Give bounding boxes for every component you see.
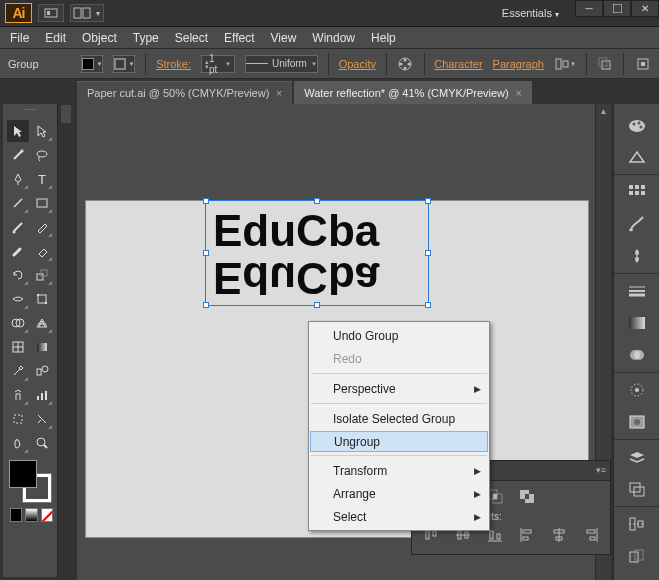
graphic-styles-panel-icon[interactable] (625, 411, 649, 433)
document-tab[interactable]: Water reflection* @ 41% (CMYK/Preview) × (294, 81, 531, 104)
align-panel-button[interactable]: ▼ (554, 55, 576, 73)
window-minimize-button[interactable]: ─ (575, 0, 603, 17)
ctx-select[interactable]: Select▶ (309, 505, 489, 528)
layers-panel-icon[interactable] (625, 446, 649, 468)
menu-edit[interactable]: Edit (45, 31, 66, 45)
zoom-tool[interactable] (31, 432, 53, 454)
scale-tool[interactable] (31, 264, 53, 286)
pencil-tool[interactable] (31, 216, 53, 238)
color-mode-gradient[interactable] (25, 508, 37, 522)
character-panel-link[interactable]: Character (434, 58, 482, 70)
window-close-button[interactable]: ✕ (631, 0, 659, 17)
stroke-swatch[interactable]: ▼ (113, 55, 135, 73)
window-maximize-button[interactable] (603, 0, 631, 17)
type-tool[interactable]: T (31, 168, 53, 190)
close-icon[interactable]: × (276, 88, 282, 99)
fill-color-box[interactable] (9, 460, 37, 488)
blend-tool[interactable] (31, 360, 53, 382)
opacity-panel-link[interactable]: Opacity (339, 58, 376, 70)
rectangle-tool[interactable] (31, 192, 53, 214)
ctx-ungroup[interactable]: Ungroup (310, 431, 488, 452)
distribute-hcenter-icon[interactable] (548, 526, 570, 544)
fill-swatch[interactable]: ▼ (81, 55, 103, 73)
eyedropper-tool[interactable] (7, 360, 29, 382)
artboard-tool[interactable] (7, 408, 29, 430)
menu-effect[interactable]: Effect (224, 31, 254, 45)
appearance-panel-icon[interactable] (625, 379, 649, 401)
symbols-panel-icon[interactable] (625, 245, 649, 267)
color-mode-solid[interactable] (10, 508, 22, 522)
color-panel-icon[interactable] (625, 114, 649, 136)
align-panel-icon[interactable] (625, 513, 649, 535)
color-guide-panel-icon[interactable] (625, 146, 649, 168)
stroke-panel-icon[interactable] (625, 280, 649, 302)
menu-object[interactable]: Object (82, 31, 117, 45)
close-icon[interactable]: × (516, 88, 522, 99)
panel-grip[interactable] (7, 109, 53, 117)
panel-menu-icon[interactable]: ▾≡ (596, 465, 606, 475)
transform-panel-icon[interactable] (625, 545, 649, 567)
mesh-tool[interactable] (7, 336, 29, 358)
shape-builder-tool[interactable] (7, 312, 29, 334)
line-tool[interactable] (7, 192, 29, 214)
fill-stroke-control[interactable] (9, 460, 51, 502)
workspace-switcher[interactable]: Essentials ▾ (502, 7, 565, 19)
resize-handle-nw[interactable] (203, 198, 209, 204)
pen-tool[interactable] (7, 168, 29, 190)
distribute-right-icon[interactable] (580, 526, 602, 544)
swatches-panel-icon[interactable] (625, 181, 649, 203)
collapsed-dock-strip[interactable] (60, 104, 72, 124)
ctx-arrange[interactable]: Arrange▶ (309, 482, 489, 505)
menu-type[interactable]: Type (133, 31, 159, 45)
resize-handle-n[interactable] (314, 198, 320, 204)
menu-view[interactable]: View (271, 31, 297, 45)
gradient-tool[interactable] (31, 336, 53, 358)
resize-handle-e[interactable] (425, 250, 431, 256)
rotate-tool[interactable] (7, 264, 29, 286)
direct-selection-tool[interactable] (31, 120, 53, 142)
pathfinder-exclude-icon[interactable] (516, 487, 538, 505)
brushes-panel-icon[interactable] (625, 213, 649, 235)
bridge-button[interactable] (38, 4, 64, 22)
menu-select[interactable]: Select (175, 31, 208, 45)
resize-handle-s[interactable] (314, 302, 320, 308)
ctx-perspective[interactable]: Perspective▶ (309, 377, 489, 400)
color-mode-none[interactable] (41, 508, 53, 522)
resize-handle-sw[interactable] (203, 302, 209, 308)
hand-tool[interactable] (7, 432, 29, 454)
distribute-left-icon[interactable] (516, 526, 538, 544)
resize-handle-se[interactable] (425, 302, 431, 308)
selection-tool[interactable] (7, 120, 29, 142)
ctx-undo-group[interactable]: Undo Group (309, 324, 489, 347)
stroke-weight-input[interactable]: ▴▾ 1 pt ▼ (201, 55, 235, 73)
scroll-up-arrow[interactable]: ▲ (596, 104, 611, 118)
resize-handle-ne[interactable] (425, 198, 431, 204)
ctx-isolate-group[interactable]: Isolate Selected Group (309, 407, 489, 430)
document-tab[interactable]: Paper cut.ai @ 50% (CMYK/Preview) × (77, 81, 292, 104)
column-graph-tool[interactable] (31, 384, 53, 406)
magic-wand-tool[interactable] (7, 144, 29, 166)
recolor-artwork-button[interactable] (397, 55, 414, 73)
menu-file[interactable]: File (10, 31, 29, 45)
transparency-panel-icon[interactable] (625, 344, 649, 366)
perspective-grid-tool[interactable] (31, 312, 53, 334)
paintbrush-tool[interactable] (7, 216, 29, 238)
menu-help[interactable]: Help (371, 31, 396, 45)
isolate-button[interactable] (634, 55, 651, 73)
ctx-transform[interactable]: Transform▶ (309, 459, 489, 482)
gradient-panel-icon[interactable] (625, 312, 649, 334)
stroke-panel-link[interactable]: Stroke: (156, 58, 191, 70)
eraser-tool[interactable] (31, 240, 53, 262)
stroke-profile-select[interactable]: Uniform▼ (245, 55, 318, 73)
free-transform-tool[interactable] (31, 288, 53, 310)
arrange-docs-button[interactable]: ▼ (70, 4, 104, 22)
menu-window[interactable]: Window (312, 31, 355, 45)
transform-panel-button[interactable] (597, 55, 614, 73)
resize-handle-w[interactable] (203, 250, 209, 256)
artboards-panel-icon[interactable] (625, 478, 649, 500)
blob-brush-tool[interactable] (7, 240, 29, 262)
symbol-sprayer-tool[interactable] (7, 384, 29, 406)
selection-bounding-box[interactable] (205, 200, 429, 306)
lasso-tool[interactable] (31, 144, 53, 166)
width-tool[interactable] (7, 288, 29, 310)
